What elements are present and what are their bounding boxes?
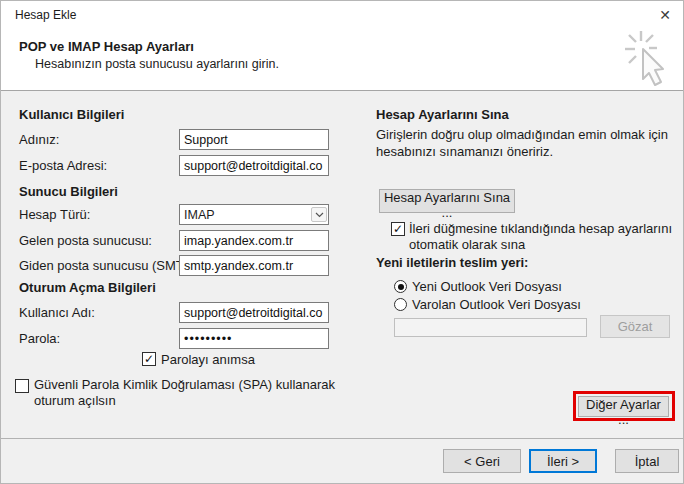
auto-test-label: İleri düğmesine tıklandığında hesap ayar… (409, 221, 684, 253)
section-user-info: Kullanıcı Bilgileri (19, 107, 124, 122)
section-test-settings: Hesap Ayarlarını Sına (376, 107, 509, 122)
close-icon[interactable]: ✕ (659, 7, 671, 23)
page-subtitle: Hesabınızın posta sunucusu ayarlarını gi… (35, 57, 279, 71)
back-button[interactable]: < Geri (443, 449, 521, 473)
remember-password-label: Parolayı anımsa (161, 352, 255, 367)
footer-divider (1, 438, 683, 439)
next-button[interactable]: İleri > (529, 449, 597, 473)
section-logon-info: Oturum Açma Bilgileri (19, 280, 156, 295)
cancel-button[interactable]: İptal (615, 449, 679, 473)
existing-data-file-input (394, 318, 587, 337)
account-type-value: IMAP (180, 208, 311, 222)
test-settings-description: Girişlerin doğru olup olmadığından emin … (376, 126, 678, 160)
test-account-settings-button[interactable]: Hesap Ayarlarını Sına ... (379, 189, 515, 213)
username-input[interactable] (179, 302, 329, 323)
new-data-file-label: Yeni Outlook Veri Dosyası (412, 279, 562, 294)
more-settings-button[interactable]: Diğer Ayarlar ... (578, 396, 669, 417)
incoming-server-label: Gelen posta sunucusu: (19, 233, 152, 248)
delivery-location-title: Yeni iletilerin teslim yeri: (376, 255, 528, 270)
spa-checkbox[interactable] (15, 379, 29, 393)
outgoing-server-input[interactable] (179, 255, 329, 276)
cursor-sparkle-icon (621, 29, 675, 87)
incoming-server-input[interactable] (179, 230, 329, 251)
dialog-header: Hesap Ekle ✕ POP ve IMAP Hesap Ayarları … (1, 1, 683, 91)
account-type-label: Hesap Türü: (19, 207, 90, 222)
username-label: Kullanıcı Adı: (19, 305, 95, 320)
email-label: E-posta Adresi: (19, 158, 107, 173)
new-data-file-radio[interactable] (394, 280, 407, 293)
chevron-down-icon (311, 207, 327, 222)
auto-test-checkbox[interactable]: ✓ (391, 222, 405, 236)
section-server-info: Sunucu Bilgileri (19, 184, 118, 199)
page-title: POP ve IMAP Hesap Ayarları (19, 39, 194, 54)
add-account-dialog: Hesap Ekle ✕ POP ve IMAP Hesap Ayarları … (0, 0, 684, 484)
name-label: Adınız: (19, 132, 59, 147)
password-input[interactable] (179, 328, 329, 349)
existing-data-file-radio[interactable] (394, 298, 407, 311)
existing-data-file-label: Varolan Outlook Veri Dosyası (412, 297, 581, 312)
account-type-select[interactable]: IMAP (179, 204, 329, 225)
email-input[interactable] (179, 155, 329, 176)
password-label: Parola: (19, 331, 60, 346)
spa-label: Güvenli Parola Kimlik Doğrulaması (SPA) … (34, 377, 369, 409)
browse-button: Gözat (600, 315, 670, 338)
outgoing-server-label: Giden posta sunucusu (SMTP): (19, 258, 200, 273)
remember-password-checkbox[interactable]: ✓ (142, 352, 156, 366)
window-title: Hesap Ekle (15, 8, 76, 22)
name-input[interactable] (179, 129, 329, 150)
